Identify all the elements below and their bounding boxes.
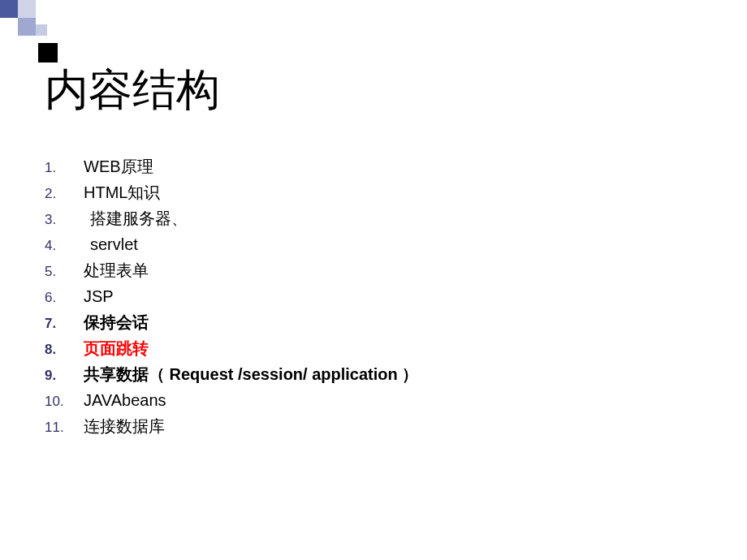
list-item: 8.页面跳转 — [45, 336, 418, 361]
list-item-number: 4. — [45, 235, 77, 256]
list-item: 5.处理表单 — [45, 258, 418, 283]
list-item-text: JSP — [77, 284, 114, 309]
list-item-number: 2. — [45, 183, 77, 205]
list-item: 7.保持会话 — [45, 310, 418, 335]
list-item-text: 处理表单 — [77, 258, 149, 283]
list-item: 10.JAVAbeans — [45, 388, 418, 413]
content-list: 1.WEB原理2.HTML知识3.搭建服务器、4.servlet5.处理表单6.… — [45, 154, 418, 440]
decoration-square — [0, 0, 18, 18]
corner-decoration — [0, 0, 49, 41]
list-item: 6.JSP — [45, 284, 418, 309]
list-item: 1.WEB原理 — [45, 154, 418, 179]
list-item-number: 7. — [45, 313, 77, 334]
list-item-text: JAVAbeans — [77, 388, 166, 413]
list-item-number: 6. — [45, 287, 77, 308]
decoration-square — [18, 18, 36, 36]
list-item-text: 搭建服务器、 — [77, 206, 188, 231]
list-item-text: WEB原理 — [77, 154, 153, 179]
list-item-text: 共享数据（ Request /session/ application ） — [77, 362, 418, 387]
list-item-text: 保持会话 — [77, 310, 149, 335]
list-item-text: servlet — [77, 232, 138, 257]
decoration-square — [36, 24, 47, 36]
list-item: 9.共享数据（ Request /session/ application ） — [45, 362, 418, 387]
list-item: 11.连接数据库 — [45, 414, 418, 439]
list-item: 3.搭建服务器、 — [45, 206, 418, 231]
list-item-number: 8. — [45, 339, 77, 360]
list-item-number: 1. — [45, 157, 77, 179]
slide-title: 内容结构 — [45, 61, 220, 120]
list-item-number: 3. — [45, 209, 77, 230]
decoration-square — [38, 43, 58, 62]
list-item: 2.HTML知识 — [45, 180, 418, 205]
list-item-number: 10. — [45, 391, 77, 412]
decoration-square — [18, 0, 36, 18]
list-item-text: HTML知识 — [77, 180, 160, 205]
list-item-number: 11. — [45, 417, 77, 438]
list-item-number: 5. — [45, 261, 77, 282]
list-item: 4.servlet — [45, 232, 418, 257]
list-item-text: 连接数据库 — [77, 414, 165, 439]
list-item-number: 9. — [45, 365, 77, 386]
list-item-text: 页面跳转 — [77, 336, 149, 361]
